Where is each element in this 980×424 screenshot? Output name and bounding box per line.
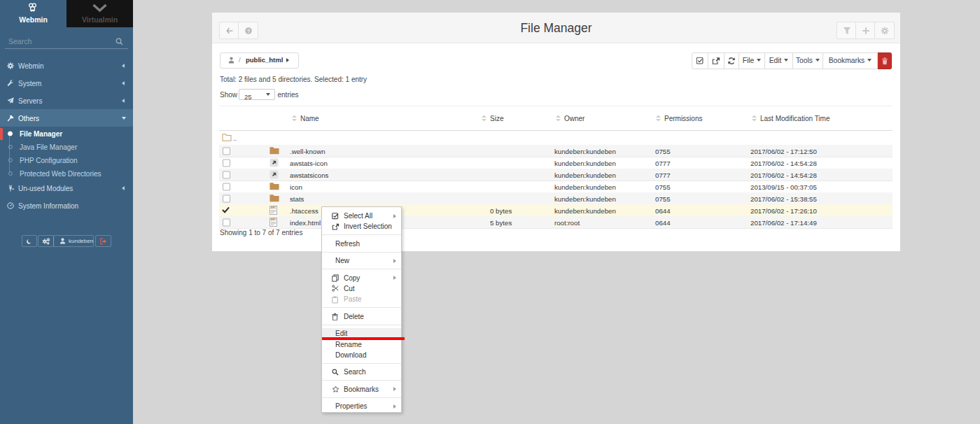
svg-text:?: ? xyxy=(246,28,249,33)
svg-text:ABC: ABC xyxy=(271,218,276,221)
svg-text:ABC: ABC xyxy=(271,206,276,209)
